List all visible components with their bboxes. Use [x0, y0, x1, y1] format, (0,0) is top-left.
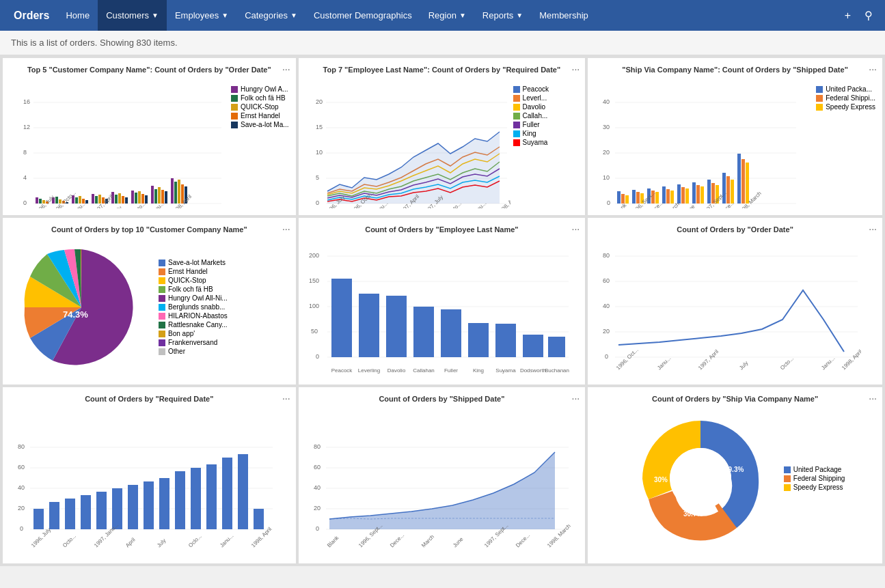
svg-rect-99 [681, 187, 685, 204]
svg-rect-111 [741, 159, 745, 204]
svg-text:April: April [124, 536, 137, 548]
svg-rect-15 [55, 197, 58, 204]
svg-rect-189 [222, 458, 232, 529]
chart-card-1: Top 5 "Customer Company Name": Count of … [3, 58, 296, 215]
chart-card-5: Count of Orders by "Employee Last Name" … [299, 218, 586, 384]
svg-text:20: 20 [314, 505, 321, 512]
chart-svg-9: 39.3% 30.7% 30% [625, 410, 776, 547]
svg-rect-40 [154, 189, 157, 204]
svg-rect-136 [386, 296, 407, 357]
svg-rect-104 [707, 180, 711, 204]
chart-menu-6[interactable]: ··· [869, 223, 877, 234]
svg-text:12: 12 [23, 124, 30, 130]
chart-title-9: Count of Orders by "Ship Via Company Nam… [595, 394, 875, 404]
svg-rect-146 [523, 335, 543, 357]
svg-text:Blank: Blank [326, 534, 340, 548]
svg-text:15: 15 [316, 124, 323, 130]
svg-rect-181 [96, 492, 107, 529]
svg-rect-32 [122, 196, 124, 204]
svg-text:16: 16 [23, 98, 30, 105]
svg-text:5: 5 [316, 174, 319, 181]
svg-rect-134 [359, 294, 379, 357]
chart-menu-1[interactable]: ··· [282, 64, 290, 74]
chart-menu-3[interactable]: ··· [869, 64, 877, 74]
svg-rect-101 [692, 182, 696, 204]
subtitle: This is a list of orders. Showing 830 it… [0, 31, 885, 55]
svg-text:40: 40 [603, 98, 610, 105]
svg-rect-178 [49, 502, 59, 529]
svg-text:Fuller: Fuller [444, 367, 458, 374]
svg-text:39.3%: 39.3% [724, 466, 744, 473]
nav-categories[interactable]: Categories ▼ [236, 0, 305, 31]
svg-rect-144 [495, 324, 516, 357]
svg-text:100: 100 [309, 303, 319, 309]
nav-reports[interactable]: Reports ▼ [474, 0, 531, 31]
chart-svg-1: 0 4 8 12 16 [10, 79, 228, 208]
svg-rect-138 [413, 307, 434, 357]
chart-card-2: Top 7 "Employee Last Name": Count of Ord… [299, 58, 586, 215]
svg-text:8: 8 [23, 149, 27, 156]
svg-text:200: 200 [309, 252, 319, 259]
svg-rect-43 [165, 191, 167, 204]
svg-text:0: 0 [23, 199, 27, 206]
svg-rect-140 [441, 309, 461, 357]
chart-card-4: Count of Orders by top 10 "Customer Comp… [3, 218, 296, 384]
svg-rect-95 [662, 186, 666, 204]
svg-text:150: 150 [309, 277, 319, 284]
nav-customer-demographics[interactable]: Customer Demographics [305, 0, 420, 31]
dashboard: Top 5 "Customer Company Name": Count of … [0, 55, 885, 566]
svg-rect-108 [726, 176, 730, 204]
svg-text:July: July [738, 360, 749, 371]
add-icon[interactable]: + [838, 0, 858, 31]
nav-region[interactable]: Region ▼ [420, 0, 474, 31]
nav-home[interactable]: Home [57, 0, 98, 31]
chart-title-1: Top 5 "Customer Company Name": Count of … [10, 65, 289, 74]
nav-customers[interactable]: Customers ▼ [98, 0, 167, 31]
chart-menu-4[interactable]: ··· [282, 223, 290, 234]
svg-text:40: 40 [603, 303, 610, 309]
chart-menu-9[interactable]: ··· [869, 393, 877, 404]
search-icon[interactable]: ⚲ [858, 0, 880, 31]
svg-text:0: 0 [316, 199, 319, 206]
svg-rect-33 [125, 197, 128, 204]
svg-rect-110 [737, 154, 741, 204]
svg-rect-46 [178, 180, 180, 204]
chart-menu-5[interactable]: ··· [572, 223, 580, 234]
svg-rect-190 [238, 454, 248, 529]
svg-rect-30 [115, 195, 118, 204]
nav-membership[interactable]: Membership [531, 0, 597, 31]
svg-rect-184 [144, 481, 154, 529]
chart-menu-8[interactable]: ··· [572, 393, 580, 404]
svg-text:Octo...: Octo... [62, 533, 77, 548]
nav-employees[interactable]: Employees ▼ [167, 0, 236, 31]
svg-rect-24 [92, 194, 94, 204]
svg-rect-96 [666, 189, 670, 204]
svg-rect-35 [135, 193, 137, 204]
svg-rect-177 [33, 509, 44, 529]
chart-menu-7[interactable]: ··· [282, 393, 290, 404]
chart-title-3: "Ship Via Company Name": Count of Orders… [595, 65, 875, 74]
svg-text:1996, Oct...: 1996, Oct... [615, 346, 640, 371]
svg-text:0: 0 [607, 199, 610, 206]
svg-rect-44 [171, 178, 174, 204]
svg-text:Buchanan: Buchanan [545, 367, 569, 374]
chart-card-7: Count of Orders by "Required Date" ··· 0… [3, 387, 296, 563]
svg-rect-112 [746, 163, 749, 204]
svg-rect-183 [128, 485, 138, 529]
svg-rect-132 [331, 279, 352, 357]
svg-text:Dece...: Dece... [389, 532, 405, 548]
chart-menu-2[interactable]: ··· [572, 64, 580, 74]
chart-card-9: Count of Orders by "Ship Via Company Nam… [588, 387, 882, 563]
svg-text:Octo...: Octo... [779, 355, 795, 371]
svg-marker-67 [327, 132, 500, 204]
svg-text:60: 60 [603, 277, 610, 284]
svg-rect-10 [36, 197, 38, 204]
svg-text:Dodsworth: Dodsworth [519, 367, 545, 374]
svg-rect-25 [95, 196, 98, 204]
svg-text:July: July [156, 537, 167, 548]
navbar: Orders Home Customers ▼ Employees ▼ Cate… [0, 0, 885, 31]
svg-text:1996, July: 1996, July [30, 527, 52, 548]
svg-text:74.3%: 74.3% [63, 309, 88, 320]
svg-rect-188 [206, 464, 217, 529]
svg-rect-191 [254, 509, 264, 529]
